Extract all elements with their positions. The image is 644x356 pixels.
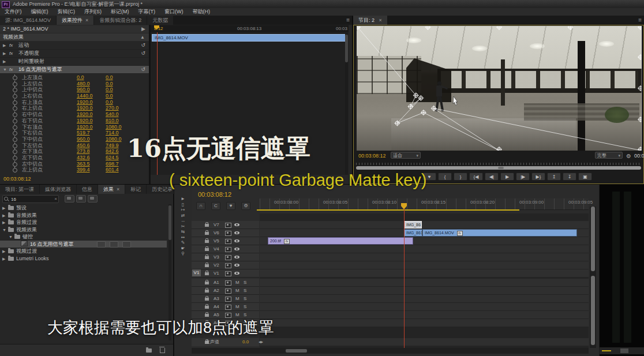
parameter-y-value[interactable]: 0.0 (106, 93, 131, 99)
sync-lock-icon[interactable] (225, 247, 231, 252)
mute-button[interactable]: M (235, 295, 239, 302)
rolling-edit-tool[interactable]: ⇄ (174, 213, 192, 218)
twirl-icon[interactable]: ▶ (2, 256, 8, 263)
parameter-y-value[interactable]: 270.0 (106, 105, 131, 111)
sync-lock-icon[interactable] (225, 255, 231, 260)
tab-media-browser[interactable]: 媒体浏览器 (40, 185, 76, 194)
twirl-icon[interactable]: ▶ (3, 50, 6, 57)
stopwatch-icon[interactable] (13, 168, 17, 173)
mini-timeline-clip[interactable]: IMG_8614.MOV (152, 34, 346, 42)
audio-track-header[interactable]: A4MS (192, 303, 259, 311)
tab-project[interactable]: 项目: 第一课 (0, 185, 39, 194)
effect-row[interactable]: ▶fx不透明度↺ (0, 50, 149, 58)
tree-item[interactable]: 16 点无用信号遮罩 (0, 241, 167, 248)
step-forward-button[interactable]: |▶ (516, 173, 530, 181)
parameter-x-value[interactable]: 1920.0 (77, 124, 102, 130)
mark-in-button[interactable]: { (438, 173, 452, 181)
stopwatch-icon[interactable] (13, 156, 17, 160)
mark-out-button[interactable]: } (454, 173, 467, 181)
sync-lock-icon[interactable] (225, 271, 231, 276)
solo-button[interactable]: S (244, 295, 246, 302)
parameter-x-value[interactable]: 1920.0 (77, 111, 102, 118)
slip-tool[interactable]: ⇆ (174, 229, 192, 234)
export-frame-button[interactable]: ▣ (578, 173, 592, 181)
audio-track-header[interactable]: A3MS (192, 295, 259, 303)
tree-item[interactable]: ▼键控 (0, 233, 167, 241)
menu-item[interactable]: 编辑(E) (27, 8, 53, 16)
timeline-ruler[interactable]: 00:03:08:0000:03:08:0500:03:08:1000:03:0… (260, 198, 589, 210)
wrench-icon[interactable]: ⚙ (626, 152, 631, 160)
parameter-x-value[interactable]: 450.6 (77, 143, 102, 149)
track-lock-icon[interactable] (205, 290, 209, 293)
video-track-header[interactable]: V2 (192, 261, 259, 269)
mini-timeline-ruler[interactable]: 8:12 00:03:08:13 00:03 (151, 25, 349, 32)
tab-audio-clip-mixer[interactable]: 音频剪辑混合器: 2 (94, 16, 147, 25)
twirl-icon[interactable]: ▼ (3, 66, 7, 73)
track-output-icon[interactable] (234, 256, 239, 258)
hand-tool[interactable]: ☛ (174, 246, 192, 251)
video-effects-group-header[interactable]: 视频效果 ▲ (0, 33, 149, 41)
program-zoom-scrollbar[interactable] (356, 166, 641, 170)
stopwatch-icon[interactable] (13, 162, 17, 167)
tab-source-monitor[interactable]: 源: IMG_8614.MOV (0, 16, 56, 25)
program-video-frame[interactable] (357, 26, 642, 151)
parameter-x-value[interactable]: 1920.0 (77, 99, 102, 106)
extract-button[interactable]: ↧ (563, 173, 576, 181)
video-track-header[interactable]: V6 (192, 229, 259, 237)
sync-lock-icon[interactable] (225, 263, 231, 268)
search-input[interactable] (10, 196, 53, 203)
stopwatch-icon[interactable] (13, 76, 17, 80)
mute-button[interactable]: M (235, 287, 239, 294)
tree-item[interactable]: ▶视频过渡 (0, 248, 167, 255)
track-output-icon[interactable] (234, 248, 239, 250)
parameter-y-value[interactable]: 0.0 (106, 74, 131, 81)
new-bin-icon[interactable] (146, 348, 152, 353)
stopwatch-icon[interactable] (13, 131, 17, 136)
effect-panel-timecode[interactable]: 00:03:08:12 (3, 176, 31, 182)
yuv-effects-filter-icon[interactable] (88, 195, 98, 203)
timeline-vertical-scrollbar[interactable] (590, 207, 596, 348)
parameter-x-value[interactable]: 960.0 (77, 136, 102, 143)
solo-button[interactable]: S (244, 303, 246, 310)
effects-search-box[interactable]: × (2, 195, 59, 203)
tab-program-monitor[interactable]: 节目: 2 × (353, 16, 387, 25)
menu-item[interactable]: 窗口(W) (160, 8, 188, 16)
keyframe-nav-icon[interactable]: ◂▸ (259, 338, 263, 346)
go-to-in-button[interactable]: {◀ (469, 173, 483, 181)
mute-button[interactable]: M (235, 279, 239, 286)
sync-lock-icon[interactable] (225, 239, 231, 244)
zoom-tool[interactable]: ⚲ (174, 251, 192, 256)
master-gain-value[interactable]: 0.0 (242, 338, 249, 346)
reset-icon[interactable]: ↺ (141, 42, 145, 49)
stopwatch-icon[interactable] (13, 149, 17, 154)
menu-item[interactable]: 帮助(H) (188, 8, 215, 16)
effect-row[interactable]: ▶时间重映射 (0, 58, 149, 66)
solo-button[interactable]: S (244, 287, 246, 294)
video-track-header[interactable]: V7 (192, 221, 259, 229)
video-track-header[interactable]: V3 (192, 253, 259, 261)
effect-row[interactable]: ▶fx运动↺ (0, 42, 149, 50)
32bit-effects-filter-icon[interactable] (76, 195, 86, 203)
snap-icon[interactable]: ∩ (196, 202, 205, 210)
track-output-icon[interactable] (234, 223, 239, 226)
timeline-clip[interactable]: IMG_8614 (404, 229, 422, 237)
track-lock-icon[interactable] (205, 314, 209, 317)
parameter-x-value[interactable]: 1440.0 (77, 93, 102, 99)
parameter-x-value[interactable]: 960.0 (77, 87, 102, 93)
tree-item[interactable]: ▶Lumetri Looks (0, 255, 167, 263)
timeline-clip[interactable]: IMG_8614.MOV fx (422, 229, 577, 237)
slide-tool[interactable]: ↭ (174, 235, 192, 240)
sync-lock-icon[interactable] (225, 223, 231, 228)
stopwatch-icon[interactable] (13, 144, 17, 148)
menu-item[interactable]: 序列(S) (80, 8, 106, 16)
parameter-y-value[interactable]: 1080.0 (106, 124, 131, 130)
ripple-edit-tool[interactable]: ↦ (174, 207, 192, 212)
track-lock-icon[interactable] (205, 256, 209, 259)
parameter-y-value[interactable]: 540.0 (106, 111, 131, 118)
tab-effect-controls[interactable]: 效果控件× (57, 16, 93, 25)
parameter-y-value[interactable]: 0.0 (106, 81, 131, 87)
stopwatch-icon[interactable] (13, 100, 17, 105)
track-lock-icon[interactable] (205, 272, 209, 275)
reset-icon[interactable]: ↺ (141, 66, 145, 73)
tree-item[interactable]: ▼视频效果 (0, 226, 167, 234)
